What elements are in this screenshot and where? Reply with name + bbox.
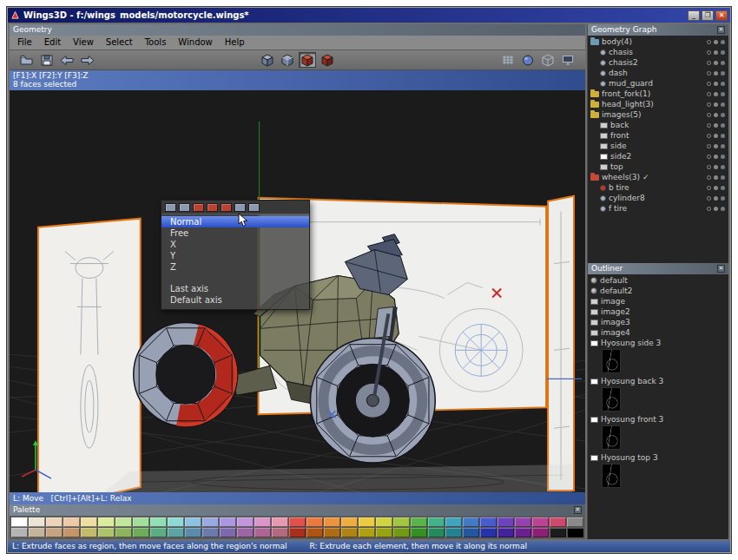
context-menu-item-normal[interactable]: Normal (161, 216, 309, 227)
wireframe-toggle-icon[interactable] (721, 134, 725, 138)
palette-swatch[interactable] (324, 528, 340, 537)
outliner-row-default[interactable]: default (588, 275, 728, 286)
wireframe-icon[interactable] (539, 52, 557, 68)
lock-toggle-icon[interactable] (714, 50, 718, 55)
graph-row-front-fork-1[interactable]: front_fork(1) (588, 89, 728, 99)
menu-edit[interactable]: Edit (38, 36, 67, 49)
lock-toggle-icon[interactable] (714, 40, 718, 44)
geometry-window-header[interactable]: Geometry (10, 24, 585, 36)
visibility-toggle-icon[interactable] (707, 92, 711, 96)
wireframe-toggle-icon[interactable] (721, 113, 725, 117)
lock-toggle-icon[interactable] (714, 196, 718, 201)
wireframe-toggle-icon[interactable] (721, 102, 725, 107)
graph-row-b-tire[interactable]: b tire (588, 182, 728, 193)
face-mode-icon[interactable] (299, 52, 316, 68)
palette-swatch[interactable] (445, 528, 462, 537)
palette-swatch[interactable] (515, 517, 531, 527)
wireframe-toggle-icon[interactable] (721, 82, 725, 86)
palette-swatch[interactable] (497, 517, 514, 527)
graph-row-head-light-3[interactable]: head_light(3) (588, 99, 728, 109)
graph-row-body-4[interactable]: body(4) (588, 36, 728, 47)
palette-swatch[interactable] (515, 528, 531, 537)
palette-swatch[interactable] (133, 517, 149, 527)
graph-row-wheels-3[interactable]: wheels(3) ✓ (588, 172, 728, 182)
palette-swatch[interactable] (81, 517, 97, 527)
visibility-toggle-icon[interactable] (707, 186, 711, 190)
wireframe-toggle-icon[interactable] (721, 144, 725, 148)
palette-swatch[interactable] (46, 517, 63, 527)
vertex-icon[interactable] (165, 203, 176, 212)
wireframe-toggle-icon[interactable] (721, 123, 725, 128)
visibility-toggle-icon[interactable] (707, 144, 711, 148)
lock-toggle-icon[interactable] (714, 207, 718, 211)
palette-swatch[interactable] (532, 528, 549, 537)
palette-close-icon[interactable]: ✕ (574, 506, 582, 514)
graph-row-side[interactable]: side (588, 141, 728, 151)
palette-swatch[interactable] (550, 528, 566, 537)
close-button[interactable]: ✕ (715, 10, 728, 21)
outliner-row-hyosung-top-3[interactable]: Hyosung top 3 (588, 452, 728, 463)
outliner-row-hyosung-front-3[interactable]: Hyosung front 3 (588, 414, 728, 425)
context-menu-item-free[interactable]: Free (161, 227, 309, 239)
palette-swatch[interactable] (237, 528, 254, 537)
palette-swatch[interactable] (168, 517, 184, 527)
save-file-icon[interactable] (38, 52, 56, 68)
graph-row-f-tire[interactable]: f tire (588, 203, 728, 214)
maximize-button[interactable]: ❐ (702, 10, 714, 21)
palette-swatch[interactable] (411, 528, 427, 537)
lock-toggle-icon[interactable] (714, 61, 718, 65)
body-icon[interactable] (207, 203, 218, 212)
geometry-graph-close-icon[interactable]: ✕ (717, 26, 725, 34)
palette-swatch[interactable] (497, 528, 514, 537)
palette-swatch[interactable] (463, 528, 479, 537)
palette-swatch[interactable] (428, 528, 445, 537)
palette-swatch[interactable] (532, 517, 549, 527)
visibility-toggle-icon[interactable] (707, 50, 711, 55)
palette-swatch[interactable] (185, 528, 201, 537)
palette-swatch[interactable] (46, 528, 63, 537)
outliner-row-hyosung-back-3[interactable]: Hyosung back 3 (588, 376, 728, 386)
lock-toggle-icon[interactable] (714, 71, 718, 76)
palette-swatch[interactable] (411, 517, 427, 527)
lock-toggle-icon[interactable] (714, 113, 718, 117)
view-screen-icon[interactable] (559, 52, 577, 68)
graph-row-chasis[interactable]: chasis (588, 47, 728, 57)
wireframe-toggle-icon[interactable] (721, 61, 725, 65)
visibility-toggle-icon[interactable] (707, 134, 711, 138)
palette-swatch[interactable] (393, 528, 410, 537)
lock-toggle-icon[interactable] (714, 155, 718, 159)
texture-thumbnail-hyosung-top-3[interactable] (602, 464, 621, 488)
palette-swatch[interactable] (150, 528, 167, 537)
reference-plane-side2[interactable] (548, 196, 574, 491)
graph-row-mud-guard[interactable]: mud_guard (588, 78, 728, 89)
palette-swatch[interactable] (480, 517, 497, 527)
axis-icon[interactable] (234, 203, 246, 212)
visibility-toggle-icon[interactable] (707, 61, 711, 65)
wireframe-toggle-icon[interactable] (721, 196, 725, 201)
palette-swatch[interactable] (11, 528, 28, 537)
palette-swatch[interactable] (289, 528, 306, 537)
wireframe-toggle-icon[interactable] (721, 92, 725, 96)
reference-plane-front[interactable] (38, 219, 141, 492)
graph-row-cylinder8[interactable]: cylinder8 (588, 193, 728, 203)
palette-swatch[interactable] (202, 517, 219, 527)
palette-swatch[interactable] (98, 517, 115, 527)
ground-grid-icon[interactable] (499, 52, 517, 68)
palette-swatch[interactable] (272, 517, 288, 527)
palette-swatch[interactable] (341, 528, 358, 537)
palette-swatch[interactable] (306, 517, 323, 527)
outliner-row-image[interactable]: image (588, 296, 728, 306)
menu-select[interactable]: Select (100, 36, 139, 49)
edge-mode-icon[interactable] (279, 52, 296, 68)
palette-swatch[interactable] (133, 528, 149, 537)
palette-swatch[interactable] (150, 517, 167, 527)
palette-swatch[interactable] (254, 517, 271, 527)
smooth-shading-icon[interactable] (519, 52, 537, 68)
lock-toggle-icon[interactable] (714, 82, 718, 86)
wireframe-toggle-icon[interactable] (721, 165, 725, 169)
outliner-row-default2[interactable]: default2 (588, 286, 728, 296)
menu-file[interactable]: File (11, 36, 38, 49)
palette-swatch[interactable] (341, 517, 358, 527)
wireframe-toggle-icon[interactable] (721, 71, 725, 76)
context-menu-item-last-axis[interactable]: Last axis (161, 283, 309, 294)
